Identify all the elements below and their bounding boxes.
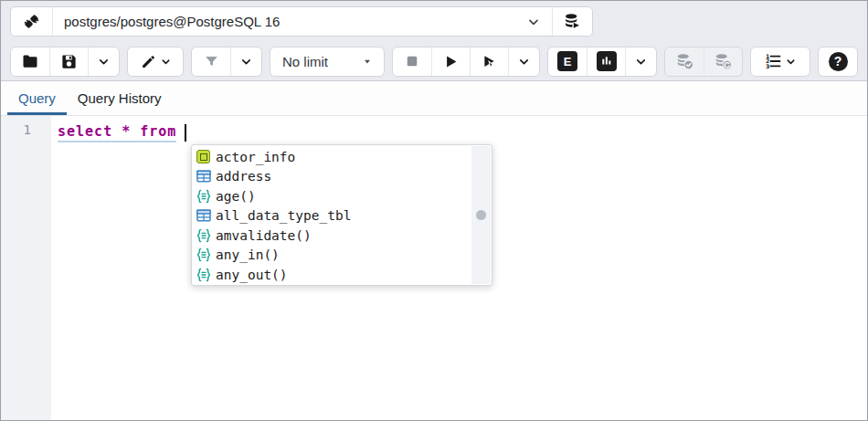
open-file-button[interactable] <box>11 47 49 76</box>
connection-widget: postgres/postgres@PostgreSQL 16 <box>10 6 593 37</box>
edit-icon <box>140 53 157 70</box>
autocomplete-item-label: address <box>216 169 271 184</box>
transaction-button-group <box>664 47 743 77</box>
rollback-icon <box>714 52 733 71</box>
autocomplete-item-label: actor_info <box>216 150 295 164</box>
filter-button[interactable] <box>192 47 230 76</box>
autocomplete-item-label: any_in() <box>216 247 280 262</box>
autocomplete-item[interactable]: any_in() <box>196 246 492 266</box>
autocomplete-item[interactable]: actor_info <box>196 147 492 167</box>
tab-query-history-label: Query History <box>78 90 162 106</box>
chevron-down-icon <box>634 55 648 68</box>
row-limit-value: No limit <box>282 54 360 69</box>
table-icon <box>196 169 211 184</box>
explain-analyze-icon <box>597 51 617 71</box>
tab-query-label: Query <box>18 90 56 106</box>
autocomplete-item[interactable]: all_data_type_tbl <box>196 206 492 226</box>
open-file-icon <box>21 52 39 70</box>
filter-options-dropdown[interactable] <box>230 47 261 76</box>
view-icon <box>196 149 211 164</box>
tab-query-history[interactable]: Query History <box>67 81 173 115</box>
file-button-group <box>10 47 120 77</box>
stop-button[interactable] <box>393 47 431 76</box>
edit-menu-button[interactable] <box>128 47 183 76</box>
execute-button-group <box>392 47 540 77</box>
help-button-group: ? <box>818 47 858 77</box>
autocomplete-item[interactable]: age() <box>196 186 492 206</box>
tab-query[interactable]: Query <box>7 81 67 115</box>
commit-button[interactable] <box>665 47 704 76</box>
editor-gutter: 1 <box>1 116 51 421</box>
code-line-1: select * from <box>58 121 867 144</box>
query-tool-window: postgres/postgres@PostgreSQL 16 <box>0 0 868 421</box>
edit-button-group <box>127 47 184 77</box>
line-number: 1 <box>24 122 31 137</box>
execute-to-cursor-icon <box>481 53 498 70</box>
table-icon <box>196 208 211 224</box>
autocomplete-item-label: amvalidate() <box>216 228 312 243</box>
autocomplete-popup: actor_info address <box>191 144 492 286</box>
macros-button-group: 123 <box>750 47 810 77</box>
chevron-down-icon <box>239 55 253 68</box>
new-connection-button[interactable] <box>552 7 592 36</box>
query-toolbar: No limit <box>1 42 867 81</box>
query-tool-tabs: Query Query History <box>1 81 867 116</box>
explain-button[interactable]: E <box>548 47 587 76</box>
connection-selector-value: postgres/postgres@PostgreSQL 16 <box>64 14 526 29</box>
caret-down-icon <box>360 54 375 68</box>
chevron-down-icon <box>785 56 797 68</box>
execute-to-cursor-button[interactable] <box>470 47 508 76</box>
execute-icon <box>442 53 460 70</box>
autocomplete-scrollbar[interactable] <box>471 146 491 284</box>
sql-editor: 1 select * from actor_info <box>1 116 867 421</box>
explain-options-dropdown[interactable] <box>625 47 656 76</box>
sql-code: select * from <box>58 123 176 142</box>
chevron-down-icon <box>97 55 111 68</box>
commit-icon <box>675 52 694 71</box>
row-limit-select[interactable]: No limit <box>270 47 385 77</box>
autocomplete-item-label: any_out() <box>216 268 288 282</box>
execute-options-dropdown[interactable] <box>508 47 539 76</box>
autocomplete-item[interactable]: any_out() <box>196 265 492 285</box>
filter-icon <box>203 53 220 70</box>
autocomplete-item[interactable]: address <box>196 167 492 187</box>
database-new-connection-icon <box>563 12 582 31</box>
connection-status-button[interactable] <box>11 7 53 36</box>
autocomplete-item-label: all_data_type_tbl <box>216 208 351 223</box>
help-icon: ? <box>829 52 848 71</box>
function-icon <box>196 188 211 204</box>
macros-button[interactable]: 123 <box>751 47 810 76</box>
autocomplete-scrollbar-thumb[interactable] <box>476 210 486 220</box>
function-icon <box>196 267 211 282</box>
connection-bar: postgres/postgres@PostgreSQL 16 <box>1 1 867 42</box>
connection-selector[interactable]: postgres/postgres@PostgreSQL 16 <box>53 7 552 36</box>
save-icon <box>60 53 78 70</box>
explain-analyze-button[interactable] <box>587 47 625 76</box>
autocomplete-item-label: age() <box>216 189 256 204</box>
function-icon <box>196 247 211 263</box>
save-button[interactable] <box>49 47 88 76</box>
save-options-dropdown[interactable] <box>88 47 119 76</box>
chevron-down-icon <box>517 55 531 68</box>
explain-button-group: E <box>547 47 657 77</box>
help-button[interactable]: ? <box>819 47 857 76</box>
chevron-down-icon <box>526 15 541 29</box>
plug-icon <box>22 12 41 31</box>
execute-button[interactable] <box>431 47 470 76</box>
svg-text:3: 3 <box>766 63 769 69</box>
macros-icon: 123 <box>764 52 782 70</box>
autocomplete-item[interactable]: amvalidate() <box>196 226 492 246</box>
text-cursor <box>185 124 186 142</box>
chevron-down-icon <box>160 56 172 68</box>
stop-icon <box>404 53 420 69</box>
explain-icon: E <box>557 51 577 71</box>
rollback-button[interactable] <box>704 47 742 76</box>
filter-button-group <box>191 47 262 77</box>
function-icon <box>196 227 211 243</box>
